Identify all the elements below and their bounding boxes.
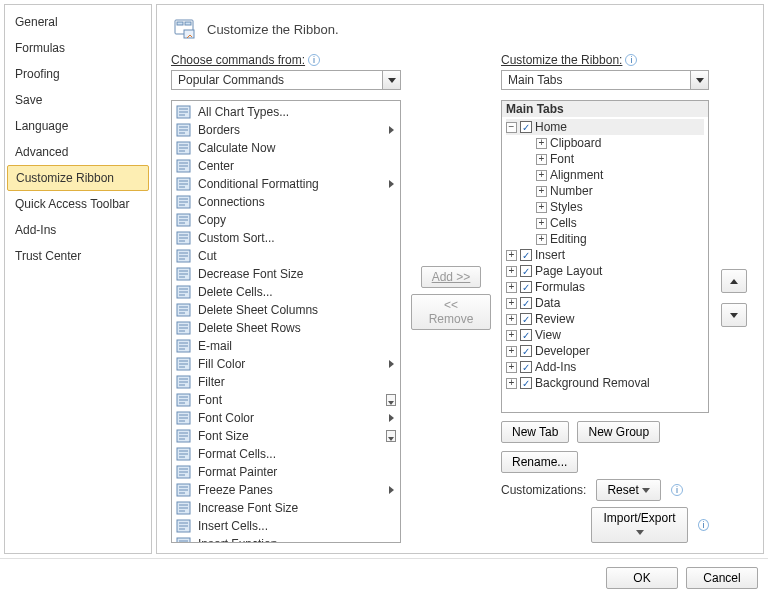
nav-item-language[interactable]: Language bbox=[5, 113, 151, 139]
expand-icon[interactable]: + bbox=[536, 202, 547, 213]
checkbox[interactable]: ✓ bbox=[520, 313, 532, 325]
tree-node[interactable]: +Alignment bbox=[506, 167, 704, 183]
tree-node[interactable]: +✓Add-Ins bbox=[506, 359, 704, 375]
expand-icon[interactable]: + bbox=[506, 250, 517, 261]
command-item[interactable]: Delete Sheet Columns bbox=[172, 301, 400, 319]
checkbox[interactable]: ✓ bbox=[520, 281, 532, 293]
expand-icon[interactable]: + bbox=[536, 154, 547, 165]
command-item[interactable]: E-mail bbox=[172, 337, 400, 355]
command-item[interactable]: Calculate Now bbox=[172, 139, 400, 157]
nav-item-customize-ribbon[interactable]: Customize Ribbon bbox=[7, 165, 149, 191]
expand-icon[interactable]: + bbox=[506, 266, 517, 277]
command-item[interactable]: Filter bbox=[172, 373, 400, 391]
expand-icon[interactable]: + bbox=[506, 330, 517, 341]
tree-node[interactable]: +✓Review bbox=[506, 311, 704, 327]
new-tab-button[interactable]: New Tab bbox=[501, 421, 569, 443]
tree-node[interactable]: +✓Data bbox=[506, 295, 704, 311]
command-item[interactable]: Fill Color bbox=[172, 355, 400, 373]
expand-icon[interactable]: + bbox=[536, 170, 547, 181]
nav-item-formulas[interactable]: Formulas bbox=[5, 35, 151, 61]
reset-button[interactable]: Reset bbox=[596, 479, 661, 501]
cancel-button[interactable]: Cancel bbox=[686, 567, 758, 589]
expand-icon[interactable]: + bbox=[506, 314, 517, 325]
chevron-down-icon[interactable] bbox=[382, 71, 400, 89]
tree-node[interactable]: +Number bbox=[506, 183, 704, 199]
customize-ribbon-combo[interactable]: Main Tabs bbox=[501, 70, 709, 90]
checkbox[interactable]: ✓ bbox=[520, 377, 532, 389]
command-item[interactable]: Delete Cells... bbox=[172, 283, 400, 301]
nav-item-general[interactable]: General bbox=[5, 9, 151, 35]
tree-node[interactable]: +Clipboard bbox=[506, 135, 704, 151]
command-item[interactable]: Font bbox=[172, 391, 400, 409]
command-item[interactable]: Format Painter bbox=[172, 463, 400, 481]
info-icon[interactable]: i bbox=[308, 54, 320, 66]
commands-listbox[interactable]: All Chart Types...BordersCalculate NowCe… bbox=[171, 100, 401, 543]
expand-icon[interactable]: + bbox=[536, 186, 547, 197]
command-item[interactable]: Font Color bbox=[172, 409, 400, 427]
checkbox[interactable]: ✓ bbox=[520, 249, 532, 261]
chevron-down-icon[interactable] bbox=[690, 71, 708, 89]
nav-item-advanced[interactable]: Advanced bbox=[5, 139, 151, 165]
checkbox[interactable]: ✓ bbox=[520, 345, 532, 357]
remove-button[interactable]: << Remove bbox=[411, 294, 491, 330]
expand-icon[interactable]: + bbox=[506, 282, 517, 293]
command-item[interactable]: Borders bbox=[172, 121, 400, 139]
command-item[interactable]: Delete Sheet Rows bbox=[172, 319, 400, 337]
expand-icon[interactable]: + bbox=[536, 234, 547, 245]
checkbox[interactable]: ✓ bbox=[520, 329, 532, 341]
tree-node[interactable]: −✓Home bbox=[506, 119, 704, 135]
tree-node[interactable]: +✓Developer bbox=[506, 343, 704, 359]
command-item[interactable]: Insert Function... bbox=[172, 535, 400, 542]
tree-node[interactable]: +✓View bbox=[506, 327, 704, 343]
expand-icon[interactable]: + bbox=[506, 298, 517, 309]
move-up-button[interactable] bbox=[721, 269, 747, 293]
command-item[interactable]: Custom Sort... bbox=[172, 229, 400, 247]
expand-icon[interactable]: + bbox=[536, 138, 547, 149]
command-item[interactable]: Increase Font Size bbox=[172, 499, 400, 517]
command-item[interactable]: Center bbox=[172, 157, 400, 175]
tree-node[interactable]: +✓Background Removal bbox=[506, 375, 704, 391]
info-icon[interactable]: i bbox=[625, 54, 637, 66]
command-item[interactable]: Copy bbox=[172, 211, 400, 229]
tree-node[interactable]: +Cells bbox=[506, 215, 704, 231]
nav-item-save[interactable]: Save bbox=[5, 87, 151, 113]
tree-node[interactable]: +Editing bbox=[506, 231, 704, 247]
command-item[interactable]: Insert Cells... bbox=[172, 517, 400, 535]
command-item[interactable]: Font Size bbox=[172, 427, 400, 445]
new-group-button[interactable]: New Group bbox=[577, 421, 660, 443]
command-item[interactable]: Cut bbox=[172, 247, 400, 265]
nav-item-proofing[interactable]: Proofing bbox=[5, 61, 151, 87]
command-item[interactable]: Conditional Formatting bbox=[172, 175, 400, 193]
expand-icon[interactable]: + bbox=[536, 218, 547, 229]
choose-commands-combo[interactable]: Popular Commands bbox=[171, 70, 401, 90]
info-icon[interactable]: i bbox=[671, 484, 683, 496]
command-item[interactable]: Connections bbox=[172, 193, 400, 211]
add-button[interactable]: Add >> bbox=[421, 266, 482, 288]
import-export-button[interactable]: Import/Export bbox=[591, 507, 688, 543]
tree-node[interactable]: +Font bbox=[506, 151, 704, 167]
command-item[interactable]: All Chart Types... bbox=[172, 103, 400, 121]
tabs-tree[interactable]: Main Tabs−✓Home+Clipboard+Font+Alignment… bbox=[501, 100, 709, 413]
expand-icon[interactable]: + bbox=[506, 346, 517, 357]
command-item[interactable]: Format Cells... bbox=[172, 445, 400, 463]
tree-node[interactable]: +✓Formulas bbox=[506, 279, 704, 295]
nav-item-add-ins[interactable]: Add-Ins bbox=[5, 217, 151, 243]
collapse-icon[interactable]: − bbox=[506, 122, 517, 133]
checkbox[interactable]: ✓ bbox=[520, 361, 532, 373]
rename-button[interactable]: Rename... bbox=[501, 451, 578, 473]
command-item[interactable]: Freeze Panes bbox=[172, 481, 400, 499]
nav-item-quick-access-toolbar[interactable]: Quick Access Toolbar bbox=[5, 191, 151, 217]
info-icon[interactable]: i bbox=[698, 519, 709, 531]
ok-button[interactable]: OK bbox=[606, 567, 678, 589]
tree-node[interactable]: +Styles bbox=[506, 199, 704, 215]
checkbox[interactable]: ✓ bbox=[520, 297, 532, 309]
expand-icon[interactable]: + bbox=[506, 378, 517, 389]
tree-node[interactable]: +✓Insert bbox=[506, 247, 704, 263]
move-down-button[interactable] bbox=[721, 303, 747, 327]
tree-node[interactable]: +✓Page Layout bbox=[506, 263, 704, 279]
command-item[interactable]: Decrease Font Size bbox=[172, 265, 400, 283]
checkbox[interactable]: ✓ bbox=[520, 121, 532, 133]
nav-item-trust-center[interactable]: Trust Center bbox=[5, 243, 151, 269]
checkbox[interactable]: ✓ bbox=[520, 265, 532, 277]
expand-icon[interactable]: + bbox=[506, 362, 517, 373]
